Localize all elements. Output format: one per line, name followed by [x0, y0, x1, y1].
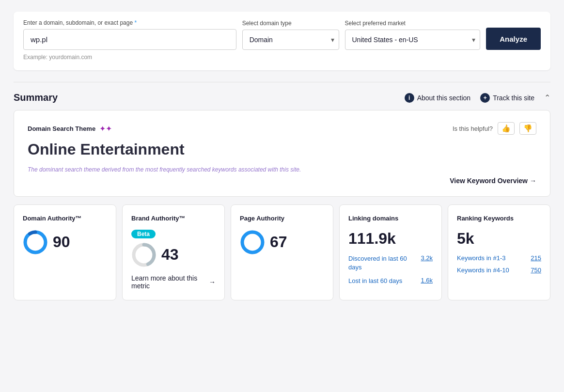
lost-value[interactable]: 1.6k [421, 277, 433, 284]
domain-label: Enter a domain, subdomain, or exact page… [23, 19, 236, 26]
market-label: Select preferred market [345, 20, 481, 27]
keywords-4-10-label: Keywords in #4-10 [457, 267, 509, 274]
about-section-label: About this section [417, 94, 471, 102]
discovered-label: Discovered in last 60 days [348, 254, 421, 272]
domain-label-text: Enter a domain, subdomain, or exact page [23, 19, 133, 26]
collapse-chevron-icon[interactable]: ⌃ [544, 93, 550, 102]
theme-card-footer: View Keyword Overview → [28, 177, 536, 185]
market-select[interactable]: United States - en-US United Kingdom - e… [345, 30, 481, 50]
theme-title: Online Entertainment [28, 141, 536, 158]
search-row: Enter a domain, subdomain, or exact page… [23, 19, 541, 50]
type-label: Select domain type [242, 20, 339, 27]
summary-title: Summary [14, 92, 58, 103]
track-site-button[interactable]: + Track this site [480, 93, 534, 103]
search-section: Enter a domain, subdomain, or exact page… [14, 12, 550, 70]
page-authority-donut [240, 230, 265, 255]
summary-header: Summary i About this section + Track thi… [14, 92, 550, 103]
lost-label: Lost in last 60 days [348, 277, 402, 285]
svg-point-1 [25, 232, 46, 252]
keyword-overview-label: View Keyword Overview [450, 177, 528, 185]
track-site-label: Track this site [493, 94, 534, 102]
arrow-right-icon: → [209, 278, 216, 286]
brand-authority-title: Brand Authority™ [131, 215, 216, 223]
beta-badge: Beta [131, 230, 156, 238]
keyword-overview-link[interactable]: View Keyword Overview → [450, 177, 536, 185]
brand-authority-donut [131, 242, 157, 267]
domain-authority-value-row: 90 [23, 230, 107, 255]
learn-more-label: Learn more about this metric [131, 274, 207, 290]
page-wrapper: Enter a domain, subdomain, or exact page… [0, 0, 564, 392]
market-field-group: Select preferred market United States - … [345, 20, 481, 50]
thumbs-up-button[interactable]: 👍 [498, 122, 515, 135]
domain-authority-donut [23, 230, 48, 255]
discovered-value[interactable]: 3.2k [421, 254, 433, 262]
theme-card: Domain Search Theme ✦✦ Is this helpful? … [14, 110, 550, 197]
keywords-1-3-value[interactable]: 215 [531, 254, 541, 262]
required-marker: * [134, 19, 137, 26]
sparkle-icon: ✦✦ [99, 124, 112, 133]
ranking-keywords-card: Ranking Keywords 5k Keywords in #1-3 215… [448, 204, 550, 300]
learn-more-link[interactable]: Learn more about this metric → [131, 274, 216, 290]
about-section-button[interactable]: i About this section [405, 93, 471, 103]
summary-actions: i About this section + Track this site ⌃ [405, 93, 550, 103]
domain-field-group: Enter a domain, subdomain, or exact page… [23, 19, 236, 50]
info-icon: i [405, 93, 414, 103]
type-select-wrapper: Domain Subdomain Exact Page ▾ [242, 30, 339, 50]
lost-row: Lost in last 60 days 1.6k [348, 277, 433, 285]
plus-icon: + [480, 93, 490, 103]
brand-authority-value-row: 43 [131, 242, 216, 267]
arrow-right-icon: → [530, 177, 536, 185]
theme-description: The dominant search theme derived from t… [28, 166, 536, 173]
example-text: Example: yourdomain.com [23, 54, 541, 61]
brand-authority-card: Brand Authority™ Beta 43 Learn more abou… [122, 204, 225, 300]
domain-type-select[interactable]: Domain Subdomain Exact Page [242, 30, 339, 50]
divider [14, 82, 550, 82]
svg-point-6 [242, 232, 263, 252]
domain-input[interactable] [23, 29, 236, 50]
page-authority-value: 67 [270, 233, 287, 251]
keywords-4-10-value[interactable]: 750 [531, 267, 541, 274]
thumbs-down-button[interactable]: 👎 [519, 122, 536, 135]
keywords-1-3-row: Keywords in #1-3 215 [457, 254, 541, 262]
analyze-button[interactable]: Analyze [486, 28, 541, 50]
page-authority-value-row: 67 [240, 230, 324, 255]
helpful-row: Is this helpful? 👍 👎 [453, 122, 536, 135]
type-field-group: Select domain type Domain Subdomain Exac… [242, 20, 339, 50]
page-authority-title: Page Authority [240, 215, 324, 223]
theme-card-header: Domain Search Theme ✦✦ Is this helpful? … [28, 122, 536, 135]
theme-label: Domain Search Theme [28, 125, 95, 132]
discovered-row: Discovered in last 60 days 3.2k [348, 254, 433, 272]
helpful-label: Is this helpful? [453, 125, 493, 132]
theme-label-row: Domain Search Theme ✦✦ [28, 124, 112, 133]
ranking-keywords-value: 5k [457, 230, 541, 248]
domain-authority-card: Domain Authority™ 90 [14, 204, 116, 300]
keywords-1-3-label: Keywords in #1-3 [457, 254, 505, 262]
market-select-wrapper: United States - en-US United Kingdom - e… [345, 30, 481, 50]
domain-authority-title: Domain Authority™ [23, 215, 107, 223]
brand-authority-value: 43 [161, 246, 179, 264]
linking-domains-card: Linking domains 111.9k Discovered in las… [339, 204, 442, 300]
metrics-row: Domain Authority™ 90 Brand Authority™ Be… [14, 204, 550, 300]
linking-domains-title: Linking domains [348, 215, 433, 223]
ranking-keywords-title: Ranking Keywords [457, 215, 541, 223]
keywords-4-10-row: Keywords in #4-10 750 [457, 267, 541, 274]
linking-domains-value: 111.9k [348, 230, 433, 248]
summary-section: Summary i About this section + Track thi… [14, 92, 550, 300]
domain-authority-value: 90 [53, 233, 70, 251]
page-authority-card: Page Authority 67 [231, 204, 333, 300]
